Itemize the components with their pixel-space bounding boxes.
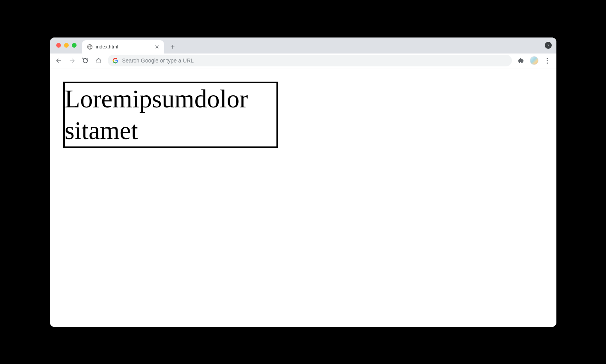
reload-button[interactable] <box>80 55 91 66</box>
content-box: Loremipsumdolor sitamet <box>63 82 278 148</box>
kebab-icon <box>547 58 548 64</box>
profile-button[interactable] <box>528 55 540 66</box>
page-viewport: Loremipsumdolor sitamet <box>50 68 556 327</box>
tab-title: index.html <box>96 44 151 50</box>
globe-icon <box>87 44 93 50</box>
tab-strip: index.html <box>50 37 556 54</box>
window-zoom-button[interactable] <box>72 43 77 48</box>
tab-close-button[interactable] <box>154 44 160 50</box>
window-minimize-button[interactable] <box>64 43 69 48</box>
window-close-button[interactable] <box>56 43 61 48</box>
browser-window: index.html <box>50 37 556 327</box>
new-tab-button[interactable] <box>167 41 178 52</box>
address-bar[interactable]: Search Google or type a URL <box>108 55 512 66</box>
avatar-icon <box>530 56 538 65</box>
browser-menu-button[interactable] <box>542 55 553 66</box>
tabstrip-right <box>545 37 556 54</box>
back-button[interactable] <box>53 55 65 66</box>
browser-toolbar: Search Google or type a URL <box>50 54 556 68</box>
tab-search-button[interactable] <box>545 42 552 49</box>
google-icon <box>112 58 118 64</box>
address-bar-placeholder: Search Google or type a URL <box>122 57 194 64</box>
window-controls <box>54 37 80 54</box>
browser-tab[interactable]: index.html <box>82 40 164 54</box>
forward-button[interactable] <box>66 55 78 66</box>
home-button[interactable] <box>93 55 105 66</box>
extensions-button[interactable] <box>515 55 527 66</box>
